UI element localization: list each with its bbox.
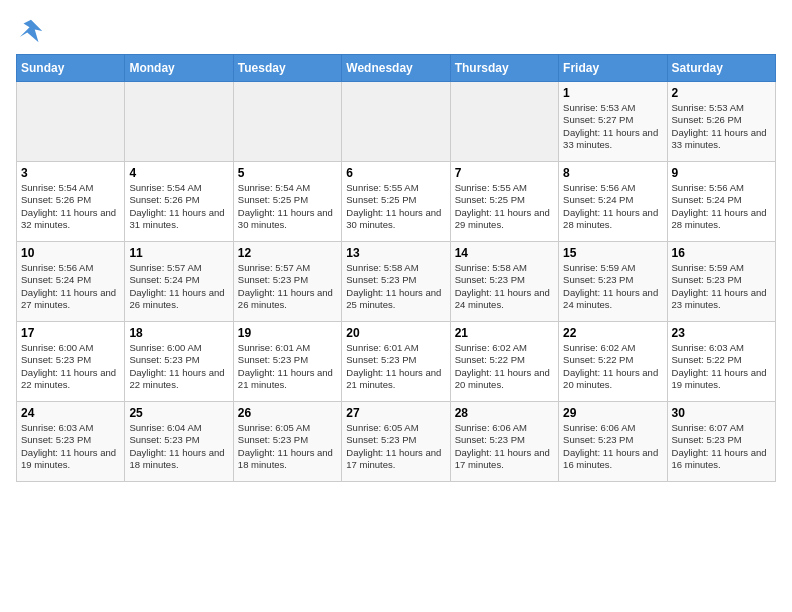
day-number: 12 bbox=[238, 246, 337, 260]
day-info: Sunrise: 6:07 AM Sunset: 5:23 PM Dayligh… bbox=[672, 422, 771, 471]
day-cell: 23Sunrise: 6:03 AM Sunset: 5:22 PM Dayli… bbox=[667, 322, 775, 402]
week-row-3: 17Sunrise: 6:00 AM Sunset: 5:23 PM Dayli… bbox=[17, 322, 776, 402]
day-info: Sunrise: 5:53 AM Sunset: 5:26 PM Dayligh… bbox=[672, 102, 771, 151]
day-info: Sunrise: 5:59 AM Sunset: 5:23 PM Dayligh… bbox=[672, 262, 771, 311]
day-number: 10 bbox=[21, 246, 120, 260]
day-number: 19 bbox=[238, 326, 337, 340]
day-cell: 7Sunrise: 5:55 AM Sunset: 5:25 PM Daylig… bbox=[450, 162, 558, 242]
day-cell bbox=[342, 82, 450, 162]
header-cell-tuesday: Tuesday bbox=[233, 55, 341, 82]
day-number: 27 bbox=[346, 406, 445, 420]
day-info: Sunrise: 5:53 AM Sunset: 5:27 PM Dayligh… bbox=[563, 102, 662, 151]
day-number: 11 bbox=[129, 246, 228, 260]
day-number: 23 bbox=[672, 326, 771, 340]
day-cell: 3Sunrise: 5:54 AM Sunset: 5:26 PM Daylig… bbox=[17, 162, 125, 242]
day-info: Sunrise: 5:56 AM Sunset: 5:24 PM Dayligh… bbox=[21, 262, 120, 311]
day-cell: 18Sunrise: 6:00 AM Sunset: 5:23 PM Dayli… bbox=[125, 322, 233, 402]
day-info: Sunrise: 5:57 AM Sunset: 5:24 PM Dayligh… bbox=[129, 262, 228, 311]
day-info: Sunrise: 5:58 AM Sunset: 5:23 PM Dayligh… bbox=[346, 262, 445, 311]
day-info: Sunrise: 6:01 AM Sunset: 5:23 PM Dayligh… bbox=[346, 342, 445, 391]
day-number: 20 bbox=[346, 326, 445, 340]
day-number: 7 bbox=[455, 166, 554, 180]
day-cell bbox=[233, 82, 341, 162]
day-cell: 25Sunrise: 6:04 AM Sunset: 5:23 PM Dayli… bbox=[125, 402, 233, 482]
day-cell: 29Sunrise: 6:06 AM Sunset: 5:23 PM Dayli… bbox=[559, 402, 667, 482]
day-info: Sunrise: 6:05 AM Sunset: 5:23 PM Dayligh… bbox=[346, 422, 445, 471]
day-info: Sunrise: 6:03 AM Sunset: 5:22 PM Dayligh… bbox=[672, 342, 771, 391]
header-cell-friday: Friday bbox=[559, 55, 667, 82]
day-info: Sunrise: 6:01 AM Sunset: 5:23 PM Dayligh… bbox=[238, 342, 337, 391]
day-info: Sunrise: 6:00 AM Sunset: 5:23 PM Dayligh… bbox=[129, 342, 228, 391]
day-info: Sunrise: 5:59 AM Sunset: 5:23 PM Dayligh… bbox=[563, 262, 662, 311]
day-info: Sunrise: 5:55 AM Sunset: 5:25 PM Dayligh… bbox=[455, 182, 554, 231]
day-cell: 19Sunrise: 6:01 AM Sunset: 5:23 PM Dayli… bbox=[233, 322, 341, 402]
day-cell: 21Sunrise: 6:02 AM Sunset: 5:22 PM Dayli… bbox=[450, 322, 558, 402]
day-cell: 5Sunrise: 5:54 AM Sunset: 5:25 PM Daylig… bbox=[233, 162, 341, 242]
day-info: Sunrise: 6:05 AM Sunset: 5:23 PM Dayligh… bbox=[238, 422, 337, 471]
logo-bird-icon bbox=[16, 16, 46, 46]
day-number: 30 bbox=[672, 406, 771, 420]
day-cell: 24Sunrise: 6:03 AM Sunset: 5:23 PM Dayli… bbox=[17, 402, 125, 482]
day-cell: 22Sunrise: 6:02 AM Sunset: 5:22 PM Dayli… bbox=[559, 322, 667, 402]
day-cell: 30Sunrise: 6:07 AM Sunset: 5:23 PM Dayli… bbox=[667, 402, 775, 482]
day-cell: 13Sunrise: 5:58 AM Sunset: 5:23 PM Dayli… bbox=[342, 242, 450, 322]
page-header bbox=[16, 16, 776, 46]
day-info: Sunrise: 6:06 AM Sunset: 5:23 PM Dayligh… bbox=[455, 422, 554, 471]
day-number: 15 bbox=[563, 246, 662, 260]
day-info: Sunrise: 5:55 AM Sunset: 5:25 PM Dayligh… bbox=[346, 182, 445, 231]
header-row: SundayMondayTuesdayWednesdayThursdayFrid… bbox=[17, 55, 776, 82]
day-cell: 26Sunrise: 6:05 AM Sunset: 5:23 PM Dayli… bbox=[233, 402, 341, 482]
day-cell: 1Sunrise: 5:53 AM Sunset: 5:27 PM Daylig… bbox=[559, 82, 667, 162]
day-number: 4 bbox=[129, 166, 228, 180]
day-cell: 2Sunrise: 5:53 AM Sunset: 5:26 PM Daylig… bbox=[667, 82, 775, 162]
week-row-0: 1Sunrise: 5:53 AM Sunset: 5:27 PM Daylig… bbox=[17, 82, 776, 162]
day-info: Sunrise: 5:57 AM Sunset: 5:23 PM Dayligh… bbox=[238, 262, 337, 311]
day-cell: 6Sunrise: 5:55 AM Sunset: 5:25 PM Daylig… bbox=[342, 162, 450, 242]
header-cell-sunday: Sunday bbox=[17, 55, 125, 82]
day-cell: 9Sunrise: 5:56 AM Sunset: 5:24 PM Daylig… bbox=[667, 162, 775, 242]
day-number: 18 bbox=[129, 326, 228, 340]
day-number: 14 bbox=[455, 246, 554, 260]
day-info: Sunrise: 6:02 AM Sunset: 5:22 PM Dayligh… bbox=[563, 342, 662, 391]
day-number: 5 bbox=[238, 166, 337, 180]
day-cell: 11Sunrise: 5:57 AM Sunset: 5:24 PM Dayli… bbox=[125, 242, 233, 322]
day-info: Sunrise: 5:54 AM Sunset: 5:26 PM Dayligh… bbox=[129, 182, 228, 231]
week-row-4: 24Sunrise: 6:03 AM Sunset: 5:23 PM Dayli… bbox=[17, 402, 776, 482]
day-number: 21 bbox=[455, 326, 554, 340]
week-row-2: 10Sunrise: 5:56 AM Sunset: 5:24 PM Dayli… bbox=[17, 242, 776, 322]
day-cell: 27Sunrise: 6:05 AM Sunset: 5:23 PM Dayli… bbox=[342, 402, 450, 482]
day-cell bbox=[17, 82, 125, 162]
day-cell: 15Sunrise: 5:59 AM Sunset: 5:23 PM Dayli… bbox=[559, 242, 667, 322]
day-cell: 12Sunrise: 5:57 AM Sunset: 5:23 PM Dayli… bbox=[233, 242, 341, 322]
calendar-body: 1Sunrise: 5:53 AM Sunset: 5:27 PM Daylig… bbox=[17, 82, 776, 482]
day-number: 24 bbox=[21, 406, 120, 420]
day-info: Sunrise: 6:06 AM Sunset: 5:23 PM Dayligh… bbox=[563, 422, 662, 471]
day-info: Sunrise: 5:54 AM Sunset: 5:26 PM Dayligh… bbox=[21, 182, 120, 231]
calendar-table: SundayMondayTuesdayWednesdayThursdayFrid… bbox=[16, 54, 776, 482]
day-cell: 14Sunrise: 5:58 AM Sunset: 5:23 PM Dayli… bbox=[450, 242, 558, 322]
day-info: Sunrise: 5:58 AM Sunset: 5:23 PM Dayligh… bbox=[455, 262, 554, 311]
day-number: 1 bbox=[563, 86, 662, 100]
day-info: Sunrise: 6:02 AM Sunset: 5:22 PM Dayligh… bbox=[455, 342, 554, 391]
week-row-1: 3Sunrise: 5:54 AM Sunset: 5:26 PM Daylig… bbox=[17, 162, 776, 242]
svg-marker-0 bbox=[20, 20, 43, 43]
day-info: Sunrise: 6:03 AM Sunset: 5:23 PM Dayligh… bbox=[21, 422, 120, 471]
day-number: 17 bbox=[21, 326, 120, 340]
day-cell bbox=[450, 82, 558, 162]
day-number: 26 bbox=[238, 406, 337, 420]
day-number: 3 bbox=[21, 166, 120, 180]
day-cell: 20Sunrise: 6:01 AM Sunset: 5:23 PM Dayli… bbox=[342, 322, 450, 402]
day-info: Sunrise: 5:56 AM Sunset: 5:24 PM Dayligh… bbox=[563, 182, 662, 231]
day-cell bbox=[125, 82, 233, 162]
day-cell: 10Sunrise: 5:56 AM Sunset: 5:24 PM Dayli… bbox=[17, 242, 125, 322]
day-number: 9 bbox=[672, 166, 771, 180]
day-number: 28 bbox=[455, 406, 554, 420]
header-cell-saturday: Saturday bbox=[667, 55, 775, 82]
day-number: 6 bbox=[346, 166, 445, 180]
header-cell-thursday: Thursday bbox=[450, 55, 558, 82]
day-info: Sunrise: 5:54 AM Sunset: 5:25 PM Dayligh… bbox=[238, 182, 337, 231]
day-info: Sunrise: 5:56 AM Sunset: 5:24 PM Dayligh… bbox=[672, 182, 771, 231]
day-number: 29 bbox=[563, 406, 662, 420]
day-number: 2 bbox=[672, 86, 771, 100]
day-cell: 8Sunrise: 5:56 AM Sunset: 5:24 PM Daylig… bbox=[559, 162, 667, 242]
